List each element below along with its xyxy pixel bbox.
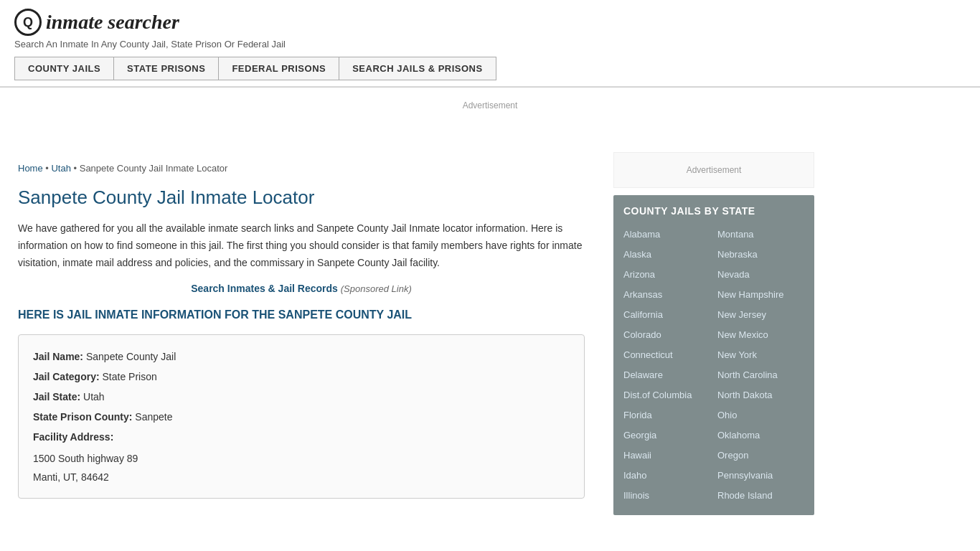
page-title: Sanpete County Jail Inmate Locator [18, 187, 585, 209]
state-link-new-hampshire[interactable]: New Hampshire [717, 286, 804, 304]
logo-area: Q inmate searcher [14, 9, 966, 36]
states-grid: AlabamaMontanaAlaskaNebraskaArizonaNevad… [623, 225, 804, 505]
jail-state-value: Utah [83, 391, 105, 402]
jail-name-label: Jail Name: [33, 351, 83, 362]
state-link-connecticut[interactable]: Connecticut [623, 346, 710, 364]
jail-category-row: Jail Category: State Prison [33, 367, 570, 387]
address-block: 1500 South highway 89 Manti, UT, 84642 [33, 450, 570, 486]
address-line1: 1500 South highway 89 [33, 450, 570, 468]
jail-state-row: Jail State: Utah [33, 387, 570, 407]
jail-state-label: Jail State: [33, 391, 80, 402]
state-link-idaho[interactable]: Idaho [623, 466, 710, 485]
main-divider [0, 87, 980, 88]
address-line2: Manti, UT, 84642 [33, 468, 570, 486]
state-link-arkansas[interactable]: Arkansas [623, 286, 710, 304]
county-jails-box: COUNTY JAILS BY STATE AlabamaMontanaAlas… [613, 195, 814, 515]
breadcrumb-home[interactable]: Home [18, 163, 43, 174]
logo-text: inmate searcher [46, 11, 179, 34]
header: Q inmate searcher Search An Inmate In An… [0, 0, 980, 87]
content-area: Home • Utah • Sanpete County Jail Inmate… [0, 145, 980, 522]
facility-address-label: Facility Address: [33, 431, 113, 443]
nav-search-jails[interactable]: SEARCH JAILS & PRISONS [339, 57, 496, 80]
state-link-arizona[interactable]: Arizona [623, 265, 710, 284]
nav-state-prisons[interactable]: STATE PRISONS [113, 57, 219, 80]
state-link-nebraska[interactable]: Nebraska [717, 245, 804, 264]
state-link-florida[interactable]: Florida [623, 406, 710, 425]
top-advertisement: Advertisement [0, 95, 980, 138]
sidebar-advertisement: Advertisement [613, 152, 814, 188]
state-link-north-dakota[interactable]: North Dakota [717, 386, 804, 405]
state-link-pennsylvania[interactable]: Pennsylvania [717, 466, 804, 485]
state-link-new-mexico[interactable]: New Mexico [717, 326, 804, 344]
sponsored-note: (Sponsored Link) [341, 283, 412, 294]
state-link-illinois[interactable]: Illinois [623, 486, 710, 505]
main-content: Home • Utah • Sanpete County Jail Inmate… [0, 145, 603, 522]
section-heading: HERE IS JAIL INMATE INFORMATION FOR THE … [18, 309, 585, 321]
state-link-new-york[interactable]: New York [717, 346, 804, 364]
navigation: COUNTY JAILS STATE PRISONS FEDERAL PRISO… [14, 57, 966, 80]
state-link-alabama[interactable]: Alabama [623, 225, 710, 244]
state-link-colorado[interactable]: Colorado [623, 326, 710, 344]
state-link-hawaii[interactable]: Hawaii [623, 446, 710, 465]
info-box: Jail Name: Sanpete County Jail Jail Cate… [18, 334, 585, 498]
breadcrumb-current: Sanpete County Jail Inmate Locator [80, 163, 228, 174]
state-link-alaska[interactable]: Alaska [623, 245, 710, 264]
nav-federal-prisons[interactable]: FEDERAL PRISONS [218, 57, 339, 80]
state-prison-county-value: Sanpete [135, 411, 172, 423]
state-link-north-carolina[interactable]: North Carolina [717, 366, 804, 385]
state-link-montana[interactable]: Montana [717, 225, 804, 244]
breadcrumb: Home • Utah • Sanpete County Jail Inmate… [18, 163, 585, 174]
state-link-delaware[interactable]: Delaware [623, 366, 710, 385]
state-link-oklahoma[interactable]: Oklahoma [717, 426, 804, 445]
state-link-california[interactable]: California [623, 306, 710, 324]
sidebar: Advertisement COUNTY JAILS BY STATE Alab… [603, 145, 825, 522]
state-link-new-jersey[interactable]: New Jersey [717, 306, 804, 324]
state-prison-county-row: State Prison County: Sanpete [33, 407, 570, 427]
tagline: Search An Inmate In Any County Jail, Sta… [14, 39, 966, 50]
jail-category-label: Jail Category: [33, 371, 100, 382]
state-link-rhode-island[interactable]: Rhode Island [717, 486, 804, 505]
facility-address-row: Facility Address: 1500 South highway 89 … [33, 427, 570, 486]
county-jails-title: COUNTY JAILS BY STATE [623, 205, 804, 217]
state-link-ohio[interactable]: Ohio [717, 406, 804, 425]
state-link-nevada[interactable]: Nevada [717, 265, 804, 284]
state-link-oregon[interactable]: Oregon [717, 446, 804, 465]
jail-name-row: Jail Name: Sanpete County Jail [33, 347, 570, 367]
state-prison-county-label: State Prison County: [33, 411, 132, 423]
jail-category-value: State Prison [102, 371, 156, 382]
sponsored-link[interactable]: Search Inmates & Jail Records [191, 283, 338, 294]
state-link-georgia[interactable]: Georgia [623, 426, 710, 445]
sponsored-link-area: Search Inmates & Jail Records (Sponsored… [18, 283, 585, 294]
jail-name-value: Sanpete County Jail [86, 351, 176, 362]
state-link-dist.of-columbia[interactable]: Dist.of Columbia [623, 386, 710, 405]
breadcrumb-state[interactable]: Utah [51, 163, 70, 174]
logo-icon: Q [14, 9, 42, 36]
description: We have gathered for you all the availab… [18, 220, 585, 271]
nav-county-jails[interactable]: COUNTY JAILS [14, 57, 114, 80]
